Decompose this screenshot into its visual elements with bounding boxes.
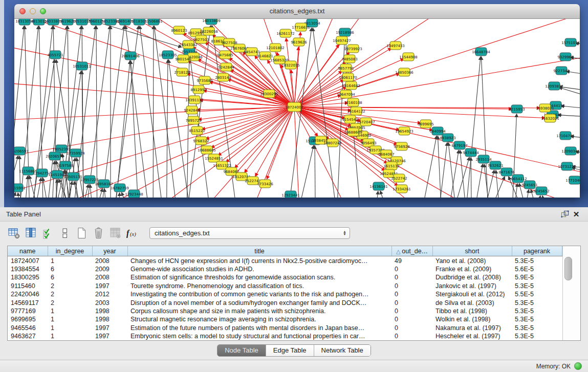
minimize-window-button[interactable] [30,8,36,14]
network-node[interactable]: 12090345 [561,147,580,155]
show-column-icon[interactable] [23,225,38,241]
network-node[interactable]: 9245652 [533,187,549,195]
new-table-icon[interactable] [74,225,89,241]
delete-table-icon[interactable] [91,225,106,241]
close-panel-icon[interactable]: ✕ [571,209,582,220]
network-node[interactable]: 12923448 [125,190,143,198]
table-settings-icon[interactable] [6,225,21,241]
network-node[interactable]: 26206597 [14,147,29,155]
tab-edge-table[interactable]: Edge Table [266,345,314,356]
table-row[interactable]: 1456911722003Disruption of a novel membe… [8,298,562,307]
column-header-name[interactable]: name [8,246,48,256]
table-row[interactable]: 969969511998Structural magnetic resonanc… [8,315,562,323]
network-node[interactable]: 1733426 [257,180,273,188]
network-node[interactable]: 12923441 [281,191,300,198]
network-node[interactable]: 18724007 [285,102,303,112]
network-node[interactable]: 16648784 [472,48,490,56]
table-row[interactable]: 977716911998Corpus callosum shape and si… [8,307,562,315]
network-node[interactable]: 2935114 [475,155,492,163]
table-row[interactable]: 911546021997Tourette syndrome. Phenomeno… [8,281,562,290]
network-node[interactable]: 10497433 [386,41,405,50]
network-node[interactable]: 12160108 [344,98,362,106]
network-node[interactable]: 8515221 [189,126,205,135]
network-node[interactable]: 17710406 [565,176,580,184]
network-node[interactable]: 18523305 [159,51,177,59]
import-table-icon[interactable] [107,225,123,241]
float-panel-icon[interactable] [559,209,571,220]
network-node[interactable]: 16261172 [276,29,295,37]
network-node[interactable]: 16061170 [339,73,357,81]
network-node[interactable]: 9768322 [193,137,209,145]
select-all-rows-icon[interactable] [40,225,55,241]
row-height-icon[interactable] [57,225,72,241]
network-canvas[interactable]: 1831305488130151603380196196201053101589… [14,19,580,198]
network-node[interactable]: 16782759 [111,184,129,192]
network-node[interactable]: 9197588 [57,161,73,169]
network-node[interactable]: 8471676 [498,168,515,176]
network-node[interactable]: 12101802 [266,43,285,52]
column-header-short[interactable]: short [432,246,512,256]
network-node[interactable]: 14136141 [369,182,388,190]
network-node[interactable]: 8960123 [171,26,187,34]
network-node[interactable]: 9857791 [338,64,354,72]
vertical-scrollbar[interactable] [562,246,581,340]
network-window-titlebar[interactable]: citations_edges.txt [14,4,580,19]
network-node[interactable]: 9227343 [553,67,569,75]
network-node[interactable]: 15751074 [561,38,580,47]
network-node[interactable]: 9619626 [291,38,307,46]
close-window-button[interactable] [19,8,26,14]
tab-network-table[interactable]: Network Table [314,345,371,356]
column-header-out-de-[interactable]: △out_de… [391,246,432,256]
network-node[interactable]: 19654923 [395,127,413,135]
table-row[interactable]: 2242004622012Investigating the contribut… [8,290,562,298]
network-node[interactable]: 18164642 [342,81,360,90]
table-row[interactable]: 1830029562008Estimation of significance … [8,273,562,281]
network-node[interactable]: 9756928 [394,142,409,150]
svg-text:7632621: 7632621 [487,164,503,168]
network-node[interactable]: 11506861 [144,19,163,25]
column-header-in-degree[interactable]: in_degree [48,246,92,256]
network-node[interactable]: 10731220 [558,162,576,170]
table-row[interactable]: 946362711997Embryonic stem cells: a mode… [8,332,562,340]
function-builder-icon[interactable]: f (x) [124,225,140,241]
network-node[interactable]: 8912957 [190,85,206,94]
network-node[interactable]: 9242844 [218,63,234,71]
network-node[interactable]: 9699695 [418,120,433,128]
network-node[interactable]: 12093832 [545,82,563,90]
network-node[interactable]: 7895721 [185,116,201,124]
column-header-year[interactable]: year [92,246,127,256]
network-node[interactable]: 2522742 [391,174,407,182]
network-node[interactable]: 4055721 [47,51,63,59]
network-node[interactable]: 17334261 [393,185,411,193]
network-node[interactable]: 9475685 [217,51,233,59]
table-row[interactable]: 1872400712008Changes of HCN gene express… [8,256,562,265]
network-node[interactable]: 9245651 [521,181,537,189]
column-header-title[interactable]: title [127,246,391,256]
zoom-window-button[interactable] [40,8,46,14]
network-node[interactable]: 7485083 [341,55,357,63]
column-header-pagerank[interactable]: pagerank [512,246,562,256]
network-node[interactable]: 7632621 [487,161,503,169]
tab-node-table[interactable]: Node Table [217,345,266,356]
network-node[interactable]: 2718128 [174,68,190,76]
network-node[interactable]: 9474444 [463,148,479,157]
svg-text:9146821: 9146821 [257,54,273,58]
scrollbar-thumb[interactable] [564,257,572,280]
network-node[interactable]: 19218986 [336,28,354,36]
network-node[interactable]: 1615132 [383,162,399,170]
network-node[interactable]: 20691406 [121,52,140,60]
network-node[interactable]: 10531011 [73,62,91,70]
network-node[interactable]: 10497427 [333,36,351,45]
network-node[interactable]: 8938923 [440,134,455,142]
network-node[interactable]: 8215953 [509,105,525,113]
network-node[interactable]: 17104745 [556,132,575,140]
table-selector-dropdown[interactable]: citations_edges.txt ▲▼ [149,227,350,239]
network-node[interactable]: 3915901 [14,184,26,192]
network-node[interactable]: 16033809 [202,19,221,25]
network-node[interactable]: 9154543 [342,115,358,123]
table-row[interactable]: 1938455462009Genome-wide association stu… [8,265,562,273]
network-node[interactable]: 9735685 [197,76,212,84]
network-node[interactable]: 9242841 [184,106,200,114]
table-row[interactable]: 946554611997Estimation of the future num… [8,323,562,332]
network-node[interactable]: 6479197 [451,141,467,149]
